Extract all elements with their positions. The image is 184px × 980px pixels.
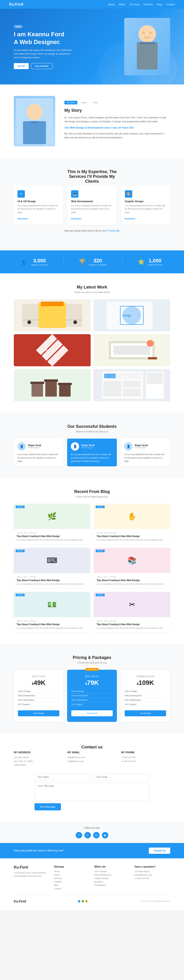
pricing-price-basic: $49K: [18, 679, 59, 686]
pricing-features-basic: UI/UX Design Web Development SEO Optimiz…: [18, 689, 59, 706]
blog-badge-5: DESIGN: [16, 594, 25, 596]
blog-content-2: JAN 21, 2021 • DESIGN Tips About Creatin…: [94, 529, 170, 544]
blog-img-4: 📚 DESIGN: [94, 548, 170, 573]
awards-icon: ⭐: [138, 259, 145, 265]
portfolio-item-2[interactable]: Design: [93, 299, 170, 331]
social-facebook-icon[interactable]: f: [76, 832, 82, 838]
cta-button[interactable]: Contact Us: [149, 848, 170, 854]
footer-contact-email[interactable]: hello@keannu.com: [134, 874, 170, 876]
nav-blog[interactable]: Blog: [157, 3, 162, 6]
contact-message-input[interactable]: [35, 783, 149, 801]
svg-rect-35: [45, 380, 57, 396]
testimonials-heading: Our Successful Students: [14, 424, 170, 429]
service-desc-uiux: It is a long established fact that a rea…: [18, 204, 59, 214]
portfolio-button[interactable]: View Portfolio: [31, 63, 53, 69]
pricing-section: Pricing & Packages Choose the right plan…: [0, 644, 184, 733]
pricing-feature-popular-4: 24/7 Support: [71, 702, 113, 706]
footer-link-services[interactable]: Services: [54, 877, 90, 880]
blog-content-6: JAN 21, 2021 • DESIGN Tips About Creatin…: [94, 617, 170, 632]
stat-divider-1: [63, 257, 64, 266]
svg-point-1: [138, 25, 156, 43]
nav-portfolio[interactable]: Portfolio: [144, 3, 153, 6]
testimonial-header-3: 👤 Roger Scott Web Designer: [124, 442, 166, 450]
testimonial-info-1: Roger Scott Web Designer: [28, 444, 41, 449]
svg-point-31: [147, 340, 154, 347]
footer-bottom-logo: Ku.Ford: [14, 899, 26, 903]
footer-link-blog[interactable]: Blog: [54, 884, 90, 886]
service-link-graphic[interactable]: Read More: [125, 218, 136, 220]
pricing-feature-popular-1: UI/UX Design: [71, 689, 113, 694]
social-twitter-icon[interactable]: t: [85, 832, 91, 838]
footer-link-home[interactable]: Home: [54, 870, 90, 873]
stats-section: 👥 3,000 Happy Customers 🏆 320 Projects C…: [0, 250, 184, 274]
projects-icon: 🏆: [79, 259, 86, 265]
footer-link-about[interactable]: About: [54, 874, 90, 876]
footer-col-sitemap: Sitemap Home About Services Portfolio Bl…: [54, 865, 90, 891]
hire-me-button[interactable]: Hire Me: [14, 63, 29, 69]
contact-name-input[interactable]: [35, 774, 91, 780]
blog-card-3[interactable]: ⌨ DESIGN JAN 21, 2021 • DESIGN Tips Abou…: [14, 548, 90, 588]
pricing-btn-basic[interactable]: Get Started: [18, 710, 59, 716]
contact-heading: Contact us: [14, 745, 170, 749]
footer-contact-phone[interactable]: +1 800 123 456: [134, 877, 170, 880]
svg-point-5: [149, 32, 152, 34]
footer-dot-1[interactable]: [78, 900, 80, 902]
blog-emoji-3: ⌨: [47, 556, 57, 565]
blog-card-4[interactable]: 📚 DESIGN JAN 21, 2021 • DESIGN Tips Abou…: [94, 548, 170, 588]
footer-service-webdev[interactable]: Web Development: [94, 874, 130, 876]
service-icon-uiux: ✏: [18, 190, 25, 197]
portfolio-img-2: Design: [93, 299, 170, 331]
social-bar: Follow me here f t in ▶: [0, 822, 184, 843]
blog-img-1: 🌿 DESIGN: [14, 504, 90, 529]
portfolio-item-5[interactable]: [14, 369, 91, 401]
blog-content-1: JAN 21, 2021 • DESIGN Tips About Creatin…: [14, 529, 90, 544]
blog-card-1[interactable]: 🌿 DESIGN JAN 21, 2021 • DESIGN Tips Abou…: [14, 504, 90, 544]
footer-link-portfolio[interactable]: Portfolio: [54, 881, 90, 883]
service-link-webdev[interactable]: Read More: [71, 218, 82, 220]
blog-emoji-1: 🌿: [47, 512, 57, 521]
footer-dot-3[interactable]: [85, 900, 88, 902]
footer-service-branding[interactable]: Branding: [94, 881, 130, 883]
blog-card-5[interactable]: 💵 DESIGN JAN 21, 2021 • DESIGN Tips Abou…: [14, 592, 90, 632]
pricing-btn-premium[interactable]: Get Started: [125, 710, 166, 716]
stat-customers: 👥 3,000 Happy Customers: [22, 258, 48, 266]
footer-service-photo[interactable]: Photography: [94, 884, 130, 886]
blog-card-6[interactable]: ✂ DESIGN JAN 21, 2021 • DESIGN Tips Abou…: [94, 592, 170, 632]
story-tab-about[interactable]: About: [79, 101, 89, 104]
service-icon-webdev: 💻: [71, 190, 78, 197]
contact-email-input[interactable]: [93, 774, 149, 780]
svg-rect-46: [123, 388, 141, 396]
services-contact-link[interactable]: Contact Me: [108, 229, 120, 232]
social-linkedin-icon[interactable]: in: [93, 832, 99, 838]
portfolio-item-1[interactable]: [14, 299, 91, 331]
footer-link-contact[interactable]: Contact: [54, 888, 90, 890]
nav-home[interactable]: Home: [108, 3, 115, 6]
story-para3: My role as a web developer is to ensure …: [64, 132, 170, 140]
story-tabs: My Story About Skills: [64, 101, 170, 104]
story-tab-skills[interactable]: Skills: [91, 101, 100, 104]
footer-top: Ku.Ford I am Keannu Ford, a Web Designer…: [14, 865, 170, 891]
blog-title-3: Tips About Creating A New Web Design: [16, 579, 87, 582]
footer-dot-2[interactable]: [82, 900, 84, 902]
blog-emoji-5: 💵: [47, 600, 57, 609]
pricing-feature-basic-2: Web Development: [18, 694, 59, 698]
blog-meta-3: JAN 21, 2021 • DESIGN: [16, 576, 87, 578]
pricing-btn-popular[interactable]: Get Started: [71, 710, 113, 716]
nav-about[interactable]: About: [119, 3, 126, 6]
service-title-graphic: Graphic Design: [125, 200, 166, 203]
service-link-uiux[interactable]: Read More: [18, 218, 28, 220]
blog-excerpt-3: It is a long established fact that a rea…: [16, 583, 87, 585]
nav-services[interactable]: Services: [130, 3, 139, 6]
nav-logo[interactable]: Ku.Ford: [9, 2, 23, 6]
footer-service-graphic[interactable]: Graphic Design: [94, 877, 130, 880]
stat-awards: ⭐ 1,000 Awards Winning: [138, 258, 162, 266]
portfolio-item-3[interactable]: SALE: [14, 334, 91, 366]
footer-service-uiux[interactable]: UI/UX Design: [94, 870, 130, 873]
nav-contact[interactable]: Contact: [166, 3, 175, 6]
social-youtube-icon[interactable]: ▶: [102, 832, 108, 838]
blog-card-2[interactable]: ✋ DESIGN JAN 21, 2021 • DESIGN Tips Abou…: [94, 504, 170, 544]
contact-submit-button[interactable]: Send Message: [35, 803, 61, 810]
portfolio-item-6[interactable]: [93, 369, 170, 401]
story-tab-story[interactable]: My Story: [64, 101, 77, 104]
portfolio-item-4[interactable]: [93, 334, 170, 366]
